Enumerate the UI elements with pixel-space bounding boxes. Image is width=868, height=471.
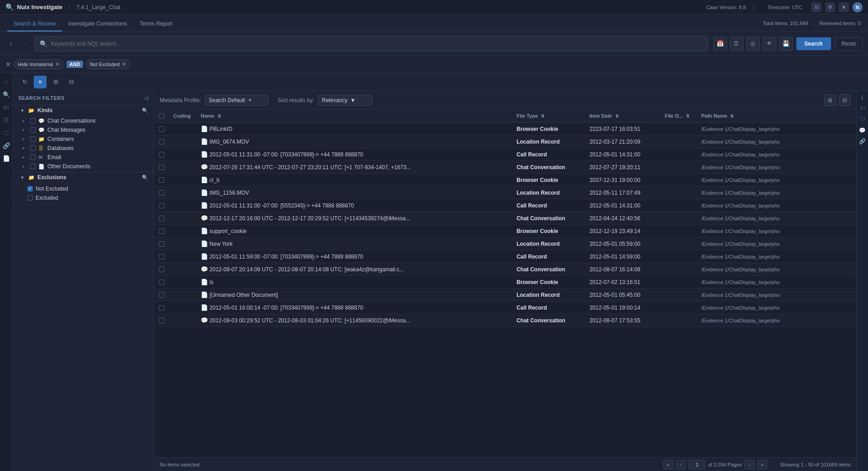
prev-page-btn[interactable]: ‹ [676,460,686,469]
kind-cb-chat-conversations[interactable] [30,118,36,124]
row-checkbox-cell[interactable] [154,276,169,289]
row-checkbox[interactable] [159,152,164,157]
kind-item-chat-conversations[interactable]: + 💬 Chat Conversations [13,116,154,125]
row-checkbox-cell[interactable] [154,289,169,301]
kind-item-databases[interactable]: + 🗄 Databases [13,144,154,153]
next-page-btn[interactable]: › [744,460,754,469]
row-checkbox-cell[interactable] [154,186,169,199]
ls-connect-icon[interactable]: 🔗 [1,140,11,150]
user-avatar[interactable]: N [852,2,863,12]
row-checkbox[interactable] [159,177,164,183]
row-checkbox-cell[interactable] [154,199,169,212]
row-checkbox-cell[interactable] [154,135,169,148]
exclusion-cb-not-excluded[interactable]: ✓ [27,186,33,192]
exclusions-section-header[interactable]: ▼ 📁 Exclusions 🔍 [13,172,154,182]
filter-tag-not-excluded-remove[interactable]: ✕ [122,61,126,67]
row-name-cell[interactable]: 📄 IMG_0674.MOV [196,135,512,148]
row-checkbox[interactable] [159,190,164,196]
sort-select[interactable]: Relevancy ▼ [318,95,373,106]
row-checkbox-cell[interactable] [154,123,169,135]
row-name-cell[interactable]: 📄 [Unnamed Other Document] [196,289,512,301]
table-row[interactable]: 📄 [Unnamed Other Document] Location Reco… [154,289,856,301]
row-checkbox-cell[interactable] [154,301,169,314]
row-name-cell[interactable]: 📄 support_cookie [196,225,512,238]
table-row[interactable]: 📄 New York Location Record 2012-05-01 05… [154,238,856,250]
ls-graph-icon[interactable]: ⬡ [1,128,11,138]
table-row[interactable]: 📄 cl_b Browser Cookie 2037-12-31 19:00:0… [154,174,856,186]
row-checkbox[interactable] [159,216,164,221]
filter-tag-hide-immaterial[interactable]: Hide Immaterial ✕ [14,59,64,69]
table-row[interactable]: 📄 2012-05-01 16:00:14 -07:00: [703340799… [154,301,856,314]
ls-tag-icon[interactable]: 🏷 [1,102,11,112]
row-checkbox[interactable] [159,203,164,208]
row-checkbox[interactable] [159,165,164,170]
row-checkbox[interactable] [159,292,164,298]
rsi-chat-icon[interactable]: 💬 [858,126,867,135]
row-checkbox[interactable] [159,267,164,272]
col-path-name[interactable]: Path Name ⇅ [696,109,856,123]
row-checkbox[interactable] [159,279,164,285]
row-checkbox[interactable] [159,318,164,323]
rsi-link-icon[interactable]: 🔗 [858,137,867,146]
topbar-settings-icon[interactable]: ⚙ [825,2,835,12]
row-name-cell[interactable]: 📄 IMG_1156.MOV [196,186,512,199]
calendar-icon[interactable]: 📅 [713,37,727,51]
row-name-cell[interactable]: 📄 cl_b [196,174,512,186]
tab-investigate-connections[interactable]: Investigate Connections [62,17,133,31]
meta-layout-icon[interactable]: ⊟ [839,94,851,106]
row-checkbox[interactable] [159,139,164,145]
row-name-cell[interactable]: 📄 2012-05-01 16:00:14 -07:00: [703340799… [196,301,512,314]
exclusions-search-icon[interactable]: 🔍 [142,175,148,181]
filter-icon[interactable]: ◎ [746,37,760,51]
row-checkbox-cell[interactable] [154,225,169,238]
row-checkbox-cell[interactable] [154,174,169,186]
row-name-cell[interactable]: 💬 2012-07-26 17:31:44 UTC - 2012-07-27 2… [196,161,512,174]
row-checkbox-cell[interactable] [154,212,169,225]
page-number-input[interactable] [689,460,705,469]
exclusion-cb-excluded[interactable] [27,195,33,201]
kind-cb-containers[interactable] [30,136,36,142]
kind-item-chat-messages[interactable]: + 💬 Chat Messages [13,125,154,135]
row-name-cell[interactable]: 📄 2012-05-01 11:31:00 -07:00: [703340799… [196,148,512,161]
kind-cb-email[interactable] [30,155,36,160]
row-name-cell[interactable]: 💬 2012-08-03 00:29:52 UTC - 2012-08-03 0… [196,314,512,327]
table-row[interactable]: 📄 2012-05-01 11:31:00 -07:00: [5552345]-… [154,199,856,212]
kind-item-other-documents[interactable]: + 📄 Other Documents [13,162,154,171]
vt-grid-view-icon[interactable]: ⊟ [65,76,78,88]
filter-close-icon[interactable]: ✕ [5,61,11,68]
col-name[interactable]: Name ⇅ [196,109,512,123]
exclusion-item-excluded[interactable]: Excluded [13,193,154,202]
rsi-info-icon[interactable]: ℹ [858,93,867,102]
ls-filter-icon[interactable]: ☰ [1,115,11,125]
row-checkbox-cell[interactable] [154,314,169,327]
vt-list-view-icon[interactable]: ≡ [34,76,47,88]
ls-doc-icon[interactable]: 📄 [1,153,11,163]
table-row[interactable]: 📄 2012-05-01 11:31:00 -07:00: [703340799… [154,148,856,161]
save-icon[interactable]: 💾 [779,37,793,51]
table-row[interactable]: 💬 2012-08-03 00:29:52 UTC - 2012-08-03 0… [154,314,856,327]
row-name-cell[interactable]: 📄 2012-05-01 11:59:00 -07:00: [703340799… [196,250,512,263]
tab-search-review[interactable]: Search & Review [7,17,62,31]
table-row[interactable]: 📄 ls Browser Cookie 2012-07-02 13:16:51 … [154,276,856,289]
kind-cb-other-documents[interactable] [30,164,36,169]
table-row[interactable]: 📄 PBLinkID Browser Cookie 2223-07-17 16:… [154,123,856,135]
kind-item-email[interactable]: + ✉ Email [13,153,154,162]
ls-search-icon[interactable]: 🔍 [1,89,11,99]
kinds-section-header[interactable]: ▼ 📂 Kinds 🔍 [13,105,154,115]
table-row[interactable]: 📄 IMG_1156.MOV Location Record 2012-05-1… [154,186,856,199]
col-checkbox[interactable] [154,109,169,123]
row-name-cell[interactable]: 📄 ls [196,276,512,289]
row-checkbox[interactable] [159,126,164,132]
search-button[interactable]: Search [796,37,831,50]
rsi-shield-icon[interactable]: 🛡 [858,115,867,124]
row-name-cell[interactable]: 📄 2012-05-01 11:31:00 -07:00: [5552345]-… [196,199,512,212]
meta-columns-icon[interactable]: ⊞ [824,94,836,106]
topbar-monitor-icon[interactable]: ⊟ [811,2,821,12]
kind-item-containers[interactable]: + 📁 Containers [13,135,154,144]
row-name-cell[interactable]: 📄 PBLinkID [196,123,512,135]
row-name-cell[interactable]: 💬 2012-08-07 20:14:08 UTC - 2012-08-07 2… [196,263,512,276]
row-checkbox-cell[interactable] [154,148,169,161]
first-page-btn[interactable]: « [663,460,673,469]
row-name-cell[interactable]: 💬 2012-12-17 20:16:00 UTC - 2012-12-17 2… [196,212,512,225]
metadata-profile-select[interactable]: Search Default ▼ [205,95,269,106]
